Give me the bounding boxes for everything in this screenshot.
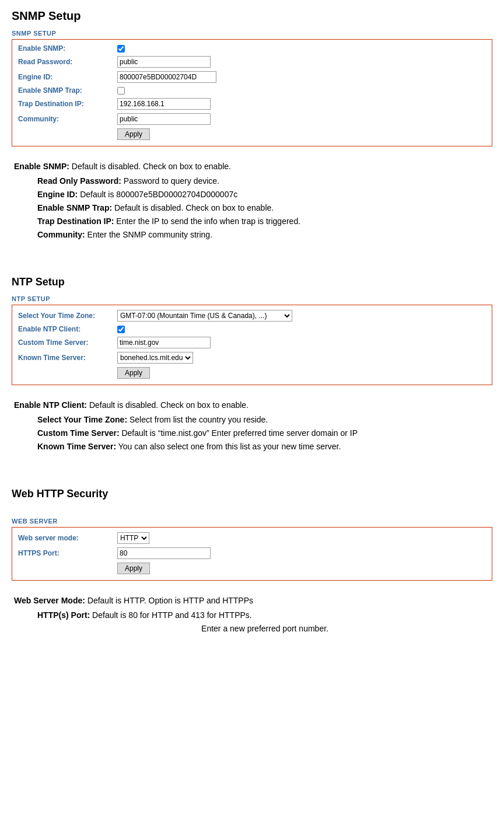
web-https-port-input[interactable] xyxy=(117,547,211,559)
snmp-read-bold: Read Only Password: xyxy=(37,176,121,186)
snmp-read-password-label: Read Password: xyxy=(18,58,117,66)
snmp-title: SNMP Setup xyxy=(12,9,492,23)
snmp-trap-dest-input[interactable] xyxy=(117,98,211,110)
web-title: Web HTTP Security xyxy=(12,488,492,500)
snmp-community-input[interactable] xyxy=(117,113,211,125)
web-mode-row: Web server mode: HTTP HTTPS xyxy=(18,532,486,544)
ntp-description: Enable NTP Client: Default is disabled. … xyxy=(12,399,492,453)
snmp-community-label: Community: xyxy=(18,115,117,123)
web-mode-label: Web server mode: xyxy=(18,534,117,542)
snmp-engine-id-input[interactable] xyxy=(117,71,216,83)
snmp-form-box: Enable SNMP: Read Password: Engine ID: E… xyxy=(12,39,492,146)
web-section: Web HTTP Security WEB SERVER Web server … xyxy=(12,488,492,581)
ntp-section: NTP Setup NTP SETUP Select Your Time Zon… xyxy=(12,276,492,385)
snmp-engine-id-label: Engine ID: xyxy=(18,73,117,81)
snmp-read-desc: Password to query device. xyxy=(124,176,219,186)
snmp-enable-label: Enable SNMP: xyxy=(18,44,117,53)
snmp-engineid-desc: Default is 800007e5BD00002704D000007c xyxy=(80,190,237,199)
ntp-custom-server-label: Custom Time Server: xyxy=(18,338,117,347)
ntp-custom-server-row: Custom Time Server: xyxy=(18,337,486,348)
ntp-title: NTP Setup xyxy=(12,276,492,288)
ntp-enable-row: Enable NTP Client: xyxy=(18,325,486,333)
snmp-trapdest-bold: Trap Destination IP: xyxy=(37,217,114,226)
ntp-custom-desc: Default is “time.nist.gov” Enter preferr… xyxy=(121,428,358,438)
snmp-trap-dest-label: Trap Destination IP: xyxy=(18,100,117,108)
snmp-enable-row: Enable SNMP: xyxy=(18,44,486,53)
ntp-known-server-label: Known Time Server: xyxy=(18,354,117,362)
snmp-apply-row: Apply xyxy=(18,128,486,140)
web-section-label: WEB SERVER xyxy=(12,518,492,525)
snmp-description: Enable SNMP: Default is disabled. Check … xyxy=(12,160,492,241)
web-mode-bold: Web Server Mode: xyxy=(14,596,85,605)
ntp-enable-label: Enable NTP Client: xyxy=(18,325,117,333)
snmp-trapdest-desc: Enter the IP to send the info when trap … xyxy=(116,217,300,226)
web-https-port-row: HTTPS Port: xyxy=(18,547,486,559)
snmp-apply-button[interactable]: Apply xyxy=(117,128,150,140)
snmp-read-password-input[interactable] xyxy=(117,56,211,68)
snmp-enable-checkbox[interactable] xyxy=(117,45,125,53)
snmp-section: SNMP Setup SNMP SETUP Enable SNMP: Read … xyxy=(12,9,492,146)
snmp-trap-dest-row: Trap Destination IP: xyxy=(18,98,486,110)
ntp-apply-row: Apply xyxy=(18,367,486,379)
web-mode-wrap: HTTP HTTPS xyxy=(117,532,149,544)
snmp-engine-id-row: Engine ID: xyxy=(18,71,486,83)
snmp-indent-desc: Read Only Password: Password to query de… xyxy=(14,175,492,241)
ntp-enable-bold: Enable NTP Client: xyxy=(14,400,87,410)
ntp-timezone-label: Select Your Time Zone: xyxy=(18,312,117,320)
ntp-section-label: NTP SETUP xyxy=(12,295,492,302)
ntp-enable-checkbox[interactable] xyxy=(117,326,125,333)
snmp-engineid-bold: Engine ID: xyxy=(37,190,78,199)
snmp-read-password-row: Read Password: xyxy=(18,56,486,68)
web-port-desc2: Enter a new preferred port number. xyxy=(201,624,328,633)
ntp-timezone-bold: Select Your Time Zone: xyxy=(37,415,127,424)
web-mode-desc: Default is HTTP. Option is HTTP and HTTP… xyxy=(88,596,253,605)
ntp-enable-desc: Default is disabled. Check on box to ena… xyxy=(89,400,249,410)
ntp-timezone-desc: Select from list the country you reside. xyxy=(130,415,268,424)
web-indent-desc: HTTP(s) Port: Default is 80 for HTTP and… xyxy=(14,609,492,635)
web-https-port-label: HTTPS Port: xyxy=(18,549,117,557)
snmp-enable-trap-label: Enable SNMP Trap: xyxy=(18,86,117,95)
snmp-community-row: Community: xyxy=(18,113,486,125)
ntp-timezone-select[interactable]: GMT-07:00 (Mountain Time (US & Canada), … xyxy=(117,310,292,322)
web-apply-button[interactable]: Apply xyxy=(117,563,150,574)
snmp-enable-desc: Default is disabled. Check on box to ena… xyxy=(72,162,231,171)
ntp-custom-bold: Custom Time Server: xyxy=(37,428,120,438)
snmp-enable-trap-row: Enable SNMP Trap: xyxy=(18,86,486,95)
snmp-enable-trap-checkbox[interactable] xyxy=(117,87,125,95)
ntp-known-server-select[interactable]: bonehed.lcs.mit.edu xyxy=(117,352,193,364)
ntp-known-desc: You can also select one from this list a… xyxy=(118,442,341,451)
snmp-trap-desc: Default is disabled. Check on box to ena… xyxy=(114,203,274,212)
web-description: Web Server Mode: Default is HTTP. Option… xyxy=(12,595,492,635)
snmp-section-label: SNMP SETUP xyxy=(12,30,492,37)
snmp-enable-bold: Enable SNMP: xyxy=(14,162,69,171)
web-apply-row: Apply xyxy=(18,563,486,574)
web-port-bold: HTTP(s) Port: xyxy=(37,610,90,620)
ntp-apply-button[interactable]: Apply xyxy=(117,367,150,379)
ntp-custom-server-input[interactable] xyxy=(117,337,211,348)
ntp-known-server-row: Known Time Server: bonehed.lcs.mit.edu xyxy=(18,352,486,364)
web-form-box: Web server mode: HTTP HTTPS HTTPS Port: … xyxy=(12,527,492,581)
snmp-trap-bold: Enable SNMP Trap: xyxy=(37,203,112,212)
ntp-form-box: Select Your Time Zone: GMT-07:00 (Mounta… xyxy=(12,305,492,385)
web-port-desc: Default is 80 for HTTP and 413 for HTTPP… xyxy=(92,610,252,620)
snmp-community-bold: Community: xyxy=(37,230,85,239)
ntp-known-bold: Known Time Server: xyxy=(37,442,116,451)
ntp-indent-desc: Select Your Time Zone: Select from list … xyxy=(14,414,492,453)
snmp-community-desc: Enter the SNMP community string. xyxy=(88,230,212,239)
web-mode-select[interactable]: HTTP HTTPS xyxy=(117,532,149,544)
ntp-known-server-wrap: bonehed.lcs.mit.edu xyxy=(117,352,193,364)
ntp-timezone-row: Select Your Time Zone: GMT-07:00 (Mounta… xyxy=(18,310,486,322)
